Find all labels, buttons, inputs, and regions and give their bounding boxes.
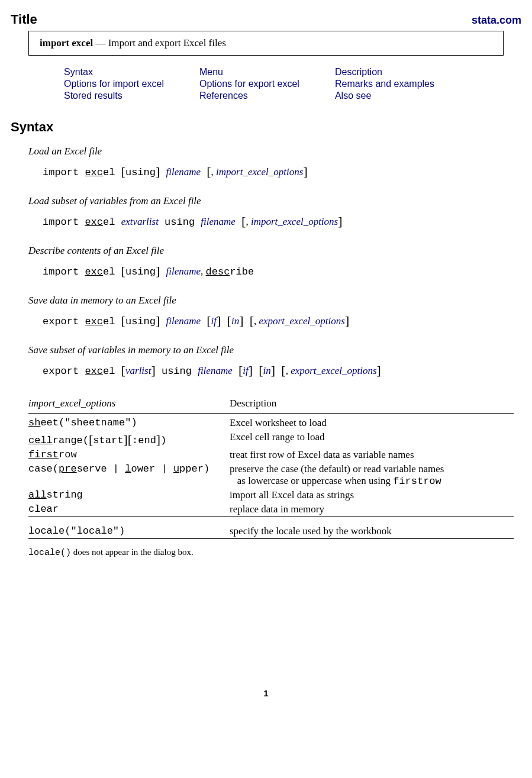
col-options: import_excel_options bbox=[28, 394, 230, 414]
if-link[interactable]: if bbox=[211, 315, 217, 327]
syntax-save: Save data in memory to an Excel file exp… bbox=[28, 295, 504, 328]
toc-remarks[interactable]: Remarks and examples bbox=[335, 79, 434, 89]
toc-also-see[interactable]: Also see bbox=[335, 91, 371, 101]
syntax-describe: Describe contents of an Excel file impor… bbox=[28, 245, 504, 278]
filename-link[interactable]: filename bbox=[198, 365, 233, 376]
title-box: import excel — Import and export Excel f… bbox=[28, 31, 504, 56]
syntax-cmd: export excel [using] filename [if] [in] … bbox=[43, 312, 504, 328]
syntax-cmd: import excel [using] filename, describe bbox=[43, 263, 504, 278]
syntax-desc: Load an Excel file bbox=[28, 146, 504, 157]
filename-link[interactable]: filename bbox=[166, 166, 201, 177]
option-row-sheet: sheet("sheetname") Excel worksheet to lo… bbox=[28, 416, 514, 430]
in-link[interactable]: in bbox=[231, 315, 239, 327]
export-options-link[interactable]: export_excel_options bbox=[291, 365, 376, 376]
toc-options-import[interactable]: Options for import excel bbox=[64, 79, 164, 89]
stata-link[interactable]: stata.com bbox=[472, 14, 521, 27]
syntax-load-subset: Load subset of variables from an Excel f… bbox=[28, 195, 504, 228]
varlist-link[interactable]: varlist bbox=[125, 365, 151, 376]
in-link[interactable]: in bbox=[263, 365, 271, 376]
title-sep: — bbox=[93, 37, 108, 49]
syntax-cmd: import excel [using] filename [, import_… bbox=[43, 163, 504, 179]
footnote: locale() does not appear in the dialog b… bbox=[28, 547, 504, 558]
import-options-link[interactable]: import_excel_options bbox=[251, 216, 338, 227]
syntax-save-subset: Save subset of variables in memory to an… bbox=[28, 344, 504, 377]
option-row-allstring: allstring import all Excel data as strin… bbox=[28, 488, 514, 502]
import-options-link[interactable]: import_excel_options bbox=[216, 166, 303, 177]
syntax-cmd: import excel extvarlist using filename [… bbox=[43, 213, 504, 228]
toc-syntax[interactable]: Syntax bbox=[64, 67, 93, 77]
option-row-clear: clear replace data in memory bbox=[28, 502, 514, 517]
toc-description[interactable]: Description bbox=[335, 67, 382, 77]
option-row-case: case(preserve | lower | upper) preserve … bbox=[28, 462, 514, 488]
page-number: 1 bbox=[11, 688, 521, 698]
page-header: Title stata.com bbox=[11, 12, 521, 27]
toc-menu[interactable]: Menu bbox=[199, 67, 223, 77]
toc: Syntax Menu Description Options for impo… bbox=[64, 66, 521, 102]
toc-stored-results[interactable]: Stored results bbox=[64, 91, 122, 101]
command-name: import excel bbox=[40, 37, 93, 49]
syntax-load-file: Load an Excel file import excel [using] … bbox=[28, 146, 504, 179]
option-row-locale: locale("locale") specify the locale used… bbox=[28, 519, 514, 539]
syntax-desc: Save subset of variables in memory to an… bbox=[28, 344, 504, 356]
import-options-table: import_excel_options Description sheet("… bbox=[28, 394, 514, 541]
syntax-desc: Load subset of variables from an Excel f… bbox=[28, 195, 504, 207]
filename-link[interactable]: filename bbox=[166, 315, 201, 327]
toc-references[interactable]: References bbox=[199, 91, 248, 101]
toc-options-export[interactable]: Options for export excel bbox=[199, 79, 299, 89]
option-row-cellrange: cellrange([start][:end]) Excel cell rang… bbox=[28, 430, 514, 448]
syntax-heading: Syntax bbox=[11, 120, 521, 135]
option-row-firstrow: firstrow treat first row of Excel data a… bbox=[28, 448, 514, 462]
title-desc: Import and export Excel files bbox=[108, 37, 226, 49]
title-heading: Title bbox=[11, 12, 37, 27]
col-description: Description bbox=[230, 394, 514, 414]
syntax-cmd: export excel [varlist] using filename [i… bbox=[43, 362, 504, 377]
filename-link[interactable]: filename bbox=[201, 216, 236, 227]
extvarlist-link[interactable]: extvarlist bbox=[121, 216, 159, 227]
export-options-link[interactable]: export_excel_options bbox=[259, 315, 345, 327]
filename-link[interactable]: filename bbox=[166, 266, 201, 277]
if-link[interactable]: if bbox=[243, 365, 248, 376]
syntax-desc: Save data in memory to an Excel file bbox=[28, 295, 504, 306]
syntax-desc: Describe contents of an Excel file bbox=[28, 245, 504, 257]
